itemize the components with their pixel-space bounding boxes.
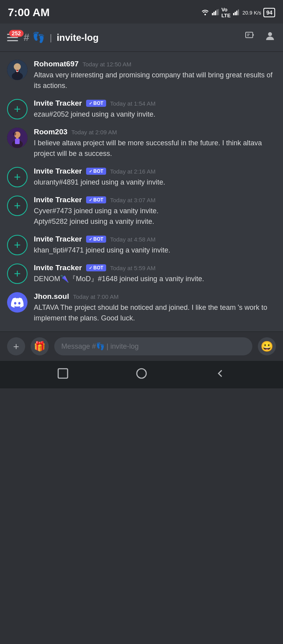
bot-label: BOT [94, 236, 103, 242]
table-row: Room203 Today at 2:09 AM I believe altav… [0, 124, 283, 163]
bot-plus-icon: + [14, 171, 21, 183]
svg-point-13 [268, 32, 272, 36]
messages-area: Rohomat697 Today at 12:50 AM Altava very… [0, 52, 283, 331]
username: Invite Tracker [34, 263, 82, 272]
svg-point-28 [13, 132, 16, 135]
message-content: Invite Tracker ✓ BOT Today at 3:07 AM Cy… [34, 196, 276, 227]
bot-badge: ✓ BOT [86, 100, 106, 107]
timestamp: Today at 2:09 AM [72, 129, 117, 135]
signal-bars-icon [212, 9, 219, 16]
timestamp: Today at 5:59 AM [110, 265, 156, 271]
checkmark-icon: ✓ [89, 198, 92, 203]
table-row: + Invite Tracker ✓ BOT Today at 1:54 AM … [0, 95, 283, 124]
pipe-divider: | [50, 33, 52, 43]
avatar: + [7, 167, 28, 187]
username: Invite Tracker [34, 167, 82, 176]
svg-rect-29 [58, 369, 68, 378]
menu-button[interactable]: 252 [7, 34, 18, 41]
svg-point-30 [137, 369, 146, 378]
avatar: + [7, 235, 28, 255]
username: Rohomat697 [34, 60, 79, 68]
timestamp: Today at 2:16 AM [110, 168, 156, 175]
input-bar: + 🎁 Message #👣 | invite-log 😀 [0, 331, 283, 361]
home-nav-icon[interactable] [135, 367, 148, 382]
gift-icon: 🎁 [34, 341, 46, 352]
svg-rect-27 [15, 139, 20, 144]
checkmark-icon: ✓ [89, 237, 92, 242]
table-row: + Invite Tracker ✓ BOT Today at 3:07 AM … [0, 192, 283, 231]
channel-header: 252 # 👣 | invite-log [0, 24, 283, 52]
message-input[interactable]: Message #👣 | invite-log [54, 337, 252, 355]
checkmark-icon: ✓ [89, 265, 92, 271]
add-button[interactable]: + [7, 337, 25, 355]
status-bar: 7:00 AM VoLTE [0, 0, 283, 24]
message-header: Invite Tracker ✓ BOT Today at 4:58 AM [34, 235, 276, 243]
bot-plus-icon: + [14, 268, 21, 280]
svg-rect-7 [235, 12, 236, 15]
username: Room203 [34, 128, 68, 136]
message-header: Invite Tracker ✓ BOT Today at 1:54 AM [34, 99, 276, 108]
back-nav-icon[interactable] [57, 367, 69, 382]
recent-nav-icon[interactable] [214, 367, 226, 382]
bot-label: BOT [94, 168, 103, 174]
avatar: + [7, 196, 28, 216]
message-content: Jhon.soul Today at 7:00 AM ALTAVA The pr… [34, 292, 276, 324]
bot-badge: ✓ BOT [86, 196, 106, 203]
timestamp: Today at 3:07 AM [110, 197, 156, 203]
timestamp: Today at 4:58 AM [110, 236, 156, 243]
wifi-icon [201, 9, 209, 16]
bot-label: BOT [94, 197, 103, 203]
svg-rect-9 [238, 9, 239, 15]
emoji-button[interactable]: 😀 [258, 337, 276, 355]
table-row: + Invite Tracker ✓ BOT Today at 2:16 AM … [0, 163, 283, 192]
table-row: Jhon.soul Today at 7:00 AM ALTAVA The pr… [0, 288, 283, 327]
svg-rect-1 [212, 13, 213, 15]
message-text: khan_tipti#7471 joined using a vanity in… [34, 245, 276, 256]
timestamp: Today at 7:00 AM [73, 293, 119, 300]
bot-badge: ✓ BOT [86, 236, 106, 243]
message-text: Cyver#7473 joined using a vanity invite.… [34, 206, 276, 227]
svg-point-0 [204, 14, 206, 15]
message-header: Rohomat697 Today at 12:50 AM [34, 60, 276, 68]
notification-badge: 252 [9, 30, 24, 37]
gift-button[interactable]: 🎁 [31, 337, 49, 355]
bot-plus-icon: + [14, 200, 21, 212]
checkmark-icon: ✓ [89, 101, 92, 106]
battery-indicator: 94 [263, 8, 275, 17]
message-content: Invite Tracker ✓ BOT Today at 2:16 AM ol… [34, 167, 276, 188]
add-channel-icon[interactable] [244, 30, 256, 45]
message-text: oluranty#4891 joined using a vanity invi… [34, 177, 276, 188]
plus-icon: + [13, 340, 19, 353]
svg-rect-3 [215, 11, 216, 15]
avatar [7, 60, 28, 80]
emoji-icon: 😀 [261, 340, 273, 353]
username: Invite Tracker [34, 196, 82, 204]
table-row: Rohomat697 Today at 12:50 AM Altava very… [0, 56, 283, 95]
members-icon[interactable] [264, 30, 276, 45]
table-row: + Invite Tracker ✓ BOT Today at 4:58 AM … [0, 231, 283, 260]
message-text: I believe altava project will be more su… [34, 138, 276, 159]
footprint-emoji: 👣 [32, 31, 45, 44]
svg-rect-6 [233, 13, 234, 15]
header-actions [244, 30, 276, 45]
channel-name-area: # 👣 | invite-log [24, 31, 244, 44]
bot-plus-icon: + [14, 239, 21, 251]
channel-title: invite-log [57, 32, 99, 43]
svg-rect-10 [246, 32, 253, 38]
message-text: ALTAVA The project should be noticed and… [34, 302, 276, 324]
bot-badge: ✓ BOT [86, 168, 106, 175]
message-header: Invite Tracker ✓ BOT Today at 5:59 AM [34, 263, 276, 272]
bot-label: BOT [94, 265, 103, 271]
message-header: Invite Tracker ✓ BOT Today at 2:16 AM [34, 167, 276, 176]
hash-icon: # [24, 31, 29, 44]
username: Jhon.soul [34, 292, 69, 301]
lte-signal-icon [233, 9, 240, 16]
message-content: Invite Tracker ✓ BOT Today at 1:54 AM ez… [34, 99, 276, 120]
bot-label: BOT [94, 101, 103, 106]
message-text: Altava very interesting and promising co… [34, 70, 276, 91]
timestamp: Today at 1:54 AM [110, 100, 156, 107]
lte-label: VoLTE [221, 7, 231, 18]
bot-badge: ✓ BOT [86, 264, 106, 271]
svg-point-15 [14, 63, 21, 70]
input-placeholder: Message #👣 | invite-log [61, 342, 245, 351]
